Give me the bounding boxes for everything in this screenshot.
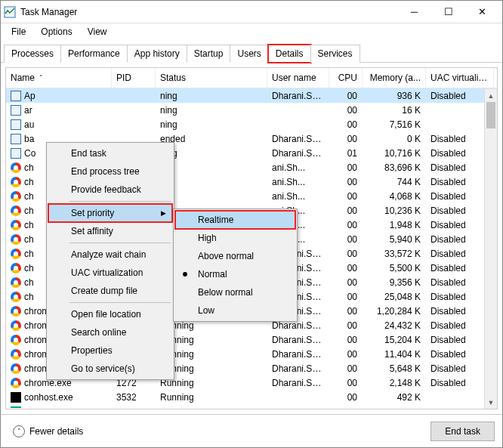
process-memory: 492 K xyxy=(363,391,426,403)
process-memory: 33,572 K xyxy=(363,248,426,260)
ctx-end-process-tree[interactable]: End process tree xyxy=(48,162,172,181)
maximize-button[interactable]: ☐ xyxy=(431,1,465,23)
process-memory: 0 K xyxy=(363,133,426,145)
process-memory: 4,068 K xyxy=(363,190,426,202)
process-memory: 2,148 K xyxy=(363,377,426,389)
menu-file[interactable]: File xyxy=(5,25,32,39)
priority-above-normal[interactable]: Above normal xyxy=(175,247,295,265)
process-memory: 83,696 K xyxy=(363,162,426,174)
process-icon xyxy=(11,263,21,273)
process-user xyxy=(267,124,329,125)
priority-submenu: Realtime High Above normal Normal Below … xyxy=(173,209,298,322)
process-memory: 10,236 K xyxy=(363,205,426,217)
ctx-go-to-services[interactable]: Go to service(s) xyxy=(48,360,172,378)
process-memory: 5,648 K xyxy=(363,363,426,375)
ctx-set-affinity[interactable]: Set affinity xyxy=(48,222,172,240)
process-name: ch xyxy=(24,234,34,245)
sort-arrow-icon: ˄ xyxy=(39,74,43,82)
close-button[interactable]: ✕ xyxy=(465,1,499,23)
process-user: Dharani.Sh... xyxy=(267,363,329,375)
end-task-button[interactable]: End task xyxy=(430,422,495,441)
process-cpu: 00 xyxy=(329,377,363,389)
ctx-analyze-wait-chain[interactable]: Analyze wait chain xyxy=(48,246,172,264)
priority-normal[interactable]: Normal xyxy=(175,265,295,283)
process-memory: 11,404 K xyxy=(363,348,426,360)
menu-view[interactable]: View xyxy=(82,25,113,39)
process-cpu: 00 xyxy=(329,391,363,403)
process-icon xyxy=(11,119,21,130)
process-name: ch xyxy=(24,191,34,202)
table-row[interactable]: arning0016 K xyxy=(6,103,497,117)
vertical-scrollbar[interactable]: ▲ ▼ xyxy=(484,89,497,409)
table-row[interactable]: ApningDharani.Sh...00936 KDisabled xyxy=(6,88,497,103)
menu-options[interactable]: Options xyxy=(35,25,78,39)
tab-details[interactable]: Details xyxy=(268,45,311,63)
process-user xyxy=(267,397,329,398)
ctx-create-dump-file[interactable]: Create dump file xyxy=(48,282,172,300)
process-status: ning xyxy=(156,104,267,116)
process-name: CSFalconContainer.e xyxy=(24,406,110,409)
process-cpu: 00 xyxy=(329,320,363,332)
table-row[interactable]: conhost.exe3532Running00492 K xyxy=(6,390,497,404)
process-icon xyxy=(11,335,21,345)
process-status: Running xyxy=(156,406,267,409)
process-icon xyxy=(11,378,21,388)
header-user[interactable]: User name xyxy=(267,68,329,88)
minimize-button[interactable]: ─ xyxy=(397,1,431,23)
tab-users[interactable]: Users xyxy=(230,45,268,63)
scroll-thumb[interactable] xyxy=(486,102,495,128)
tab-services[interactable]: Services xyxy=(310,45,360,63)
ctx-separator xyxy=(69,302,171,303)
process-memory: 1,20,284 K xyxy=(363,305,426,317)
tab-processes[interactable]: Processes xyxy=(4,45,61,63)
titlebar[interactable]: Task Manager ─ ☐ ✕ xyxy=(1,1,502,23)
process-name: ch xyxy=(24,205,34,216)
scroll-down-icon[interactable]: ▼ xyxy=(485,396,497,409)
process-memory: 1,948 K xyxy=(363,219,426,231)
tab-startup[interactable]: Startup xyxy=(187,45,231,63)
process-memory: 15,204 K xyxy=(363,334,426,346)
process-cpu: 00 xyxy=(329,277,363,289)
scroll-up-icon[interactable]: ▲ xyxy=(485,89,497,102)
priority-realtime[interactable]: Realtime xyxy=(175,211,295,229)
priority-high[interactable]: High xyxy=(175,229,295,247)
ctx-search-online[interactable]: Search online xyxy=(48,323,172,341)
process-icon xyxy=(11,292,21,302)
footer: ˄ Fewer details End task xyxy=(1,414,502,447)
process-memory: 24,432 K xyxy=(363,320,426,332)
process-icon xyxy=(11,306,21,317)
header-uac[interactable]: UAC virtualizat... xyxy=(426,68,494,88)
header-name[interactable]: Name˄ xyxy=(6,68,112,88)
ctx-properties[interactable]: Properties xyxy=(48,341,172,360)
process-cpu: 00 xyxy=(329,363,363,375)
tab-app-history[interactable]: App history xyxy=(127,45,187,63)
menubar: File Options View xyxy=(1,23,502,40)
process-pid xyxy=(112,95,156,97)
process-memory: 936 K xyxy=(363,90,426,102)
process-memory: 5,940 K xyxy=(363,233,426,246)
process-name: ch xyxy=(24,292,34,302)
ctx-end-task[interactable]: End task xyxy=(48,144,172,162)
header-memory[interactable]: Memory (a... xyxy=(363,68,426,88)
ctx-open-file-location[interactable]: Open file location xyxy=(48,305,172,323)
process-name: ba xyxy=(24,134,34,144)
ctx-set-priority[interactable]: Set priority▶ xyxy=(48,204,172,222)
tab-performance[interactable]: Performance xyxy=(60,45,128,63)
table-row[interactable]: auning007,516 K xyxy=(6,117,497,131)
priority-below-normal[interactable]: Below normal xyxy=(175,283,295,301)
priority-low[interactable]: Low xyxy=(175,301,295,320)
process-icon xyxy=(11,91,21,101)
ctx-provide-feedback[interactable]: Provide feedback xyxy=(48,181,172,199)
process-cpu: 00 xyxy=(329,291,363,303)
process-cpu: 00 xyxy=(329,90,363,102)
process-cpu: 00 xyxy=(329,248,363,260)
process-user: ani.Sh... xyxy=(267,162,329,174)
header-cpu[interactable]: CPU xyxy=(329,68,363,88)
header-pid[interactable]: PID xyxy=(112,68,156,88)
process-name: ch xyxy=(24,162,34,173)
ctx-uac-virtualization[interactable]: UAC virtualization xyxy=(48,264,172,282)
process-memory: 16 K xyxy=(363,104,426,116)
table-row[interactable]: CSFalconContainer.e16128Running0091,812 … xyxy=(6,404,497,408)
fewer-details-button[interactable]: ˄ Fewer details xyxy=(8,422,88,440)
header-status[interactable]: Status xyxy=(156,68,267,88)
